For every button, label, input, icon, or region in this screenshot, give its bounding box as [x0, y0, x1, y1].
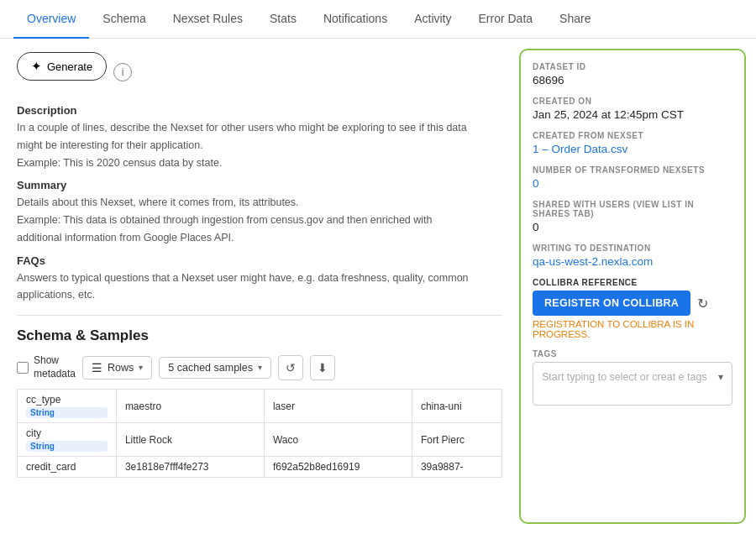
download-button[interactable]: ⬇	[310, 355, 335, 380]
collibra-label: COLLIBRA REFERENCE	[533, 278, 732, 287]
table-cell-value2: f692a52b8ed16919	[264, 457, 412, 478]
table-cell-value1: 3e1818e7fff4fe273	[116, 457, 264, 478]
type-badge: String	[26, 441, 108, 452]
tab-nexset-rules[interactable]: Nexset Rules	[160, 0, 256, 39]
table-cell-value1: Little Rock	[116, 423, 264, 457]
description-line1: In a couple of lines, describe the Nexse…	[17, 120, 502, 136]
collibra-row: REGISTER ON COLLIBRA ↻	[533, 291, 732, 316]
faqs-title: FAQs	[17, 254, 502, 267]
table-row: city String Little Rock Waco Fort Pierc	[18, 423, 502, 457]
shared-value: 0	[533, 221, 732, 233]
show-metadata-checkbox[interactable]	[17, 362, 29, 374]
schema-samples-title: Schema & Samples	[17, 327, 502, 344]
tags-chevron-icon: ▾	[718, 371, 723, 383]
table-cell-col-name: city String	[18, 423, 117, 457]
description-line3: Example: This is 2020 census data by sta…	[17, 155, 502, 171]
nexsets-label: NUMBER OF TRANSFORMED NEXSETS	[533, 165, 732, 175]
column-name: credit_card	[26, 461, 108, 473]
dataset-id-label: DATASET ID	[533, 62, 732, 71]
created-from-label: CREATED FROM NEXSET	[533, 131, 732, 140]
show-metadata-label: Showmetadata	[34, 354, 76, 380]
reset-icon: ↺	[286, 361, 296, 374]
dataset-id-value: 68696	[533, 74, 732, 86]
type-badge: String	[26, 407, 108, 418]
left-content: ✦ Generate i Description In a couple of …	[0, 39, 519, 534]
column-name: city	[26, 427, 108, 439]
right-sidebar: DATASET ID 68696 CREATED ON Jan 25, 2024…	[519, 49, 746, 524]
info-icon[interactable]: i	[113, 63, 132, 81]
register-collibra-button[interactable]: REGISTER ON COLLIBRA	[533, 291, 690, 316]
writing-link[interactable]: qa-us-west-2.nexla.com	[533, 255, 653, 268]
created-from-link[interactable]: 1 – Order Data.csv	[533, 143, 627, 155]
tags-label: TAGS	[533, 349, 732, 359]
description-title: Description	[17, 104, 502, 117]
description-line2: might be interesting for their applicati…	[17, 138, 502, 154]
generate-icon: ✦	[31, 59, 42, 74]
writing-label: WRITING TO DESTINATION	[533, 243, 732, 253]
description-section: Description In a couple of lines, descri…	[17, 104, 502, 170]
generate-button[interactable]: ✦ Generate	[17, 52, 107, 81]
summary-section: Summary Details about this Nexset, where…	[17, 179, 502, 245]
cached-samples-select[interactable]: 5 cached samples ▾	[159, 357, 271, 379]
data-table: cc_type String maestro laser china-uni c…	[17, 389, 502, 478]
tab-schema[interactable]: Schema	[89, 0, 159, 39]
reset-button[interactable]: ↺	[278, 355, 303, 380]
summary-line1: Details about this Nexset, where it come…	[17, 195, 502, 211]
faqs-line1: Answers to typical questions that a Nexs…	[17, 270, 502, 286]
rows-label: Rows	[108, 362, 134, 374]
table-cell-value1: maestro	[116, 390, 264, 423]
table-controls: Showmetadata ☰ Rows ▾ 5 cached samples ▾…	[17, 354, 502, 380]
tags-placeholder-text: Start typing to select or creat e tags	[542, 369, 718, 385]
main-layout: ✦ Generate i Description In a couple of …	[0, 39, 756, 534]
table-cell-value2: laser	[264, 390, 412, 423]
tab-error-data[interactable]: Error Data	[465, 0, 547, 39]
faqs-section: FAQs Answers to typical questions that a…	[17, 254, 502, 304]
table-cell-col-name: credit_card	[18, 457, 117, 478]
tab-stats[interactable]: Stats	[256, 0, 310, 39]
created-on-label: CREATED ON	[533, 97, 732, 106]
shared-label: SHARED WITH USERS (VIEW LIST IN SHARES T…	[533, 200, 732, 218]
tab-share[interactable]: Share	[546, 0, 604, 39]
faqs-line2: applications, etc.	[17, 287, 502, 303]
registration-status: REGISTRATION TO COLLIBRA IS IN PROGRESS.	[533, 319, 732, 339]
hamburger-icon: ☰	[92, 361, 102, 374]
tab-activity[interactable]: Activity	[401, 0, 465, 39]
table-cell-col-name: cc_type String	[18, 390, 117, 423]
nexsets-value[interactable]: 0	[533, 177, 539, 190]
section-divider	[17, 315, 502, 316]
created-on-value: Jan 25, 2024 at 12:45pm CST	[533, 108, 732, 121]
summary-title: Summary	[17, 179, 502, 191]
table-cell-value3: china-uni	[412, 390, 501, 423]
tab-overview[interactable]: Overview	[13, 0, 89, 39]
table-row: credit_card 3e1818e7fff4fe273 f692a52b8e…	[18, 457, 502, 478]
table-cell-value3: 39a9887-	[412, 457, 501, 478]
summary-line3: additional information from Google Place…	[17, 230, 502, 246]
table-cell-value2: Waco	[264, 423, 412, 457]
table-row: cc_type String maestro laser china-uni	[18, 390, 502, 423]
generate-label: Generate	[47, 60, 92, 73]
rows-chevron-icon: ▾	[139, 363, 143, 372]
table-cell-value3: Fort Pierc	[412, 423, 501, 457]
show-metadata-control[interactable]: Showmetadata	[17, 354, 76, 380]
navigation-bar: Overview Schema Nexset Rules Stats Notif…	[0, 0, 756, 39]
cached-samples-chevron-icon: ▾	[258, 363, 262, 372]
download-icon: ⬇	[318, 361, 328, 374]
rows-select[interactable]: ☰ Rows ▾	[82, 356, 152, 380]
refresh-icon[interactable]: ↻	[697, 296, 708, 312]
summary-line2: Example: This data is obtained through i…	[17, 212, 502, 228]
tags-input[interactable]: Start typing to select or creat e tags ▾	[533, 362, 732, 406]
cached-samples-label: 5 cached samples	[168, 362, 253, 374]
tab-notifications[interactable]: Notifications	[310, 0, 401, 39]
column-name: cc_type	[26, 394, 108, 406]
